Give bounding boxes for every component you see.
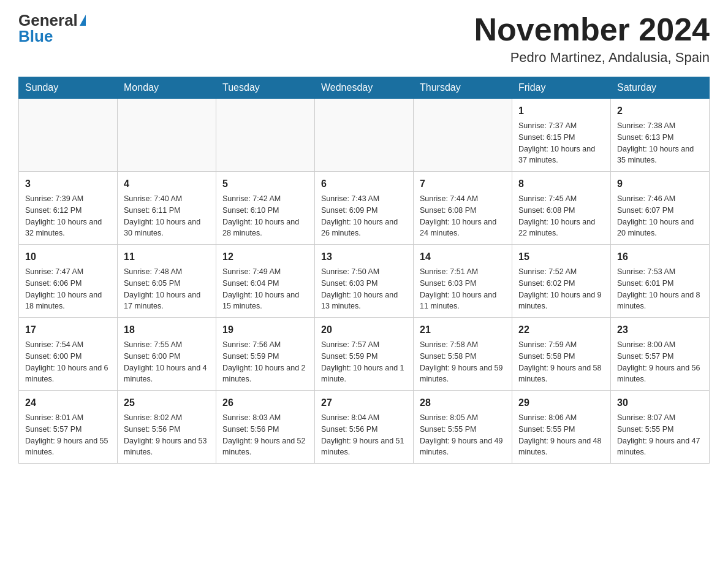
day-number: 9 — [617, 177, 703, 191]
day-info: Sunrise: 7:44 AM Sunset: 6:08 PM Dayligh… — [420, 193, 506, 239]
calendar-cell: 15Sunrise: 7:52 AM Sunset: 6:02 PM Dayli… — [512, 245, 611, 318]
day-info: Sunrise: 8:05 AM Sunset: 5:55 PM Dayligh… — [420, 412, 506, 458]
day-info: Sunrise: 7:55 AM Sunset: 6:00 PM Dayligh… — [124, 339, 210, 385]
calendar-cell: 5Sunrise: 7:42 AM Sunset: 6:10 PM Daylig… — [216, 172, 315, 245]
calendar-header: SundayMondayTuesdayWednesdayThursdayFrid… — [19, 77, 710, 99]
location-text: Pedro Martinez, Andalusia, Spain — [474, 50, 710, 66]
day-info: Sunrise: 7:39 AM Sunset: 6:12 PM Dayligh… — [25, 193, 111, 239]
day-number: 19 — [222, 323, 308, 337]
calendar-cell: 14Sunrise: 7:51 AM Sunset: 6:03 PM Dayli… — [414, 245, 512, 318]
calendar-cell: 18Sunrise: 7:55 AM Sunset: 6:00 PM Dayli… — [118, 318, 216, 391]
calendar-cell: 20Sunrise: 7:57 AM Sunset: 5:59 PM Dayli… — [315, 318, 414, 391]
day-number: 25 — [124, 396, 210, 410]
logo-general-text: General — [18, 12, 78, 28]
calendar-cell — [216, 99, 315, 172]
day-number: 20 — [321, 323, 407, 337]
calendar-cell — [315, 99, 414, 172]
calendar-body: 1Sunrise: 7:37 AM Sunset: 6:15 PM Daylig… — [19, 99, 710, 464]
calendar-cell — [118, 99, 216, 172]
day-number: 3 — [25, 177, 111, 191]
day-number: 30 — [617, 396, 703, 410]
day-info: Sunrise: 7:56 AM Sunset: 5:59 PM Dayligh… — [222, 339, 308, 385]
day-info: Sunrise: 8:04 AM Sunset: 5:56 PM Dayligh… — [321, 412, 407, 458]
day-info: Sunrise: 7:45 AM Sunset: 6:08 PM Dayligh… — [518, 193, 604, 239]
day-number: 2 — [617, 104, 703, 118]
day-number: 5 — [222, 177, 308, 191]
day-info: Sunrise: 7:51 AM Sunset: 6:03 PM Dayligh… — [420, 266, 506, 312]
day-of-week-friday: Friday — [512, 77, 611, 99]
day-info: Sunrise: 8:01 AM Sunset: 5:57 PM Dayligh… — [25, 412, 111, 458]
calendar-cell: 26Sunrise: 8:03 AM Sunset: 5:56 PM Dayli… — [216, 391, 315, 464]
day-info: Sunrise: 7:40 AM Sunset: 6:11 PM Dayligh… — [124, 193, 210, 239]
day-info: Sunrise: 8:00 AM Sunset: 5:57 PM Dayligh… — [617, 339, 703, 385]
calendar-cell: 29Sunrise: 8:06 AM Sunset: 5:55 PM Dayli… — [512, 391, 611, 464]
calendar-cell: 16Sunrise: 7:53 AM Sunset: 6:01 PM Dayli… — [611, 245, 710, 318]
calendar-week-4: 17Sunrise: 7:54 AM Sunset: 6:00 PM Dayli… — [19, 318, 710, 391]
logo-triangle-icon — [80, 15, 86, 26]
day-info: Sunrise: 8:03 AM Sunset: 5:56 PM Dayligh… — [222, 412, 308, 458]
day-number: 21 — [420, 323, 506, 337]
calendar-cell: 3Sunrise: 7:39 AM Sunset: 6:12 PM Daylig… — [19, 172, 118, 245]
day-info: Sunrise: 7:48 AM Sunset: 6:05 PM Dayligh… — [124, 266, 210, 312]
day-of-week-saturday: Saturday — [611, 77, 710, 99]
day-number: 16 — [617, 250, 703, 264]
day-number: 4 — [124, 177, 210, 191]
calendar-week-2: 3Sunrise: 7:39 AM Sunset: 6:12 PM Daylig… — [19, 172, 710, 245]
calendar-cell: 1Sunrise: 7:37 AM Sunset: 6:15 PM Daylig… — [512, 99, 611, 172]
day-info: Sunrise: 8:02 AM Sunset: 5:56 PM Dayligh… — [124, 412, 210, 458]
day-info: Sunrise: 7:49 AM Sunset: 6:04 PM Dayligh… — [222, 266, 308, 312]
calendar-cell: 30Sunrise: 8:07 AM Sunset: 5:55 PM Dayli… — [611, 391, 710, 464]
day-number: 10 — [25, 250, 111, 264]
month-title: November 2024 — [474, 12, 710, 47]
calendar-cell: 6Sunrise: 7:43 AM Sunset: 6:09 PM Daylig… — [315, 172, 414, 245]
calendar-cell: 4Sunrise: 7:40 AM Sunset: 6:11 PM Daylig… — [118, 172, 216, 245]
day-number: 15 — [518, 250, 604, 264]
calendar-cell: 17Sunrise: 7:54 AM Sunset: 6:00 PM Dayli… — [19, 318, 118, 391]
day-number: 14 — [420, 250, 506, 264]
calendar-cell: 9Sunrise: 7:46 AM Sunset: 6:07 PM Daylig… — [611, 172, 710, 245]
day-info: Sunrise: 7:46 AM Sunset: 6:07 PM Dayligh… — [617, 193, 703, 239]
day-info: Sunrise: 7:52 AM Sunset: 6:02 PM Dayligh… — [518, 266, 604, 312]
day-number: 27 — [321, 396, 407, 410]
day-number: 26 — [222, 396, 308, 410]
calendar-week-1: 1Sunrise: 7:37 AM Sunset: 6:15 PM Daylig… — [19, 99, 710, 172]
day-number: 24 — [25, 396, 111, 410]
calendar-cell: 2Sunrise: 7:38 AM Sunset: 6:13 PM Daylig… — [611, 99, 710, 172]
calendar-cell: 12Sunrise: 7:49 AM Sunset: 6:04 PM Dayli… — [216, 245, 315, 318]
day-number: 18 — [124, 323, 210, 337]
day-info: Sunrise: 7:37 AM Sunset: 6:15 PM Dayligh… — [518, 120, 604, 166]
day-number: 23 — [617, 323, 703, 337]
title-block: November 2024 Pedro Martinez, Andalusia,… — [474, 12, 710, 66]
day-number: 22 — [518, 323, 604, 337]
day-number: 29 — [518, 396, 604, 410]
day-info: Sunrise: 7:38 AM Sunset: 6:13 PM Dayligh… — [617, 120, 703, 166]
day-of-week-sunday: Sunday — [19, 77, 118, 99]
day-number: 1 — [518, 104, 604, 118]
calendar-cell: 7Sunrise: 7:44 AM Sunset: 6:08 PM Daylig… — [414, 172, 512, 245]
day-of-week-thursday: Thursday — [414, 77, 512, 99]
day-info: Sunrise: 7:43 AM Sunset: 6:09 PM Dayligh… — [321, 193, 407, 239]
day-info: Sunrise: 7:54 AM Sunset: 6:00 PM Dayligh… — [25, 339, 111, 385]
calendar-cell: 19Sunrise: 7:56 AM Sunset: 5:59 PM Dayli… — [216, 318, 315, 391]
calendar-cell: 25Sunrise: 8:02 AM Sunset: 5:56 PM Dayli… — [118, 391, 216, 464]
days-of-week-row: SundayMondayTuesdayWednesdayThursdayFrid… — [19, 77, 710, 99]
calendar-cell: 21Sunrise: 7:58 AM Sunset: 5:58 PM Dayli… — [414, 318, 512, 391]
day-number: 7 — [420, 177, 506, 191]
logo-blue-text: Blue — [18, 28, 53, 44]
calendar-cell: 13Sunrise: 7:50 AM Sunset: 6:03 PM Dayli… — [315, 245, 414, 318]
day-info: Sunrise: 8:06 AM Sunset: 5:55 PM Dayligh… — [518, 412, 604, 458]
calendar-cell: 28Sunrise: 8:05 AM Sunset: 5:55 PM Dayli… — [414, 391, 512, 464]
day-info: Sunrise: 8:07 AM Sunset: 5:55 PM Dayligh… — [617, 412, 703, 458]
day-info: Sunrise: 7:50 AM Sunset: 6:03 PM Dayligh… — [321, 266, 407, 312]
day-number: 6 — [321, 177, 407, 191]
calendar-cell — [19, 99, 118, 172]
calendar-cell: 11Sunrise: 7:48 AM Sunset: 6:05 PM Dayli… — [118, 245, 216, 318]
day-number: 12 — [222, 250, 308, 264]
calendar-cell: 23Sunrise: 8:00 AM Sunset: 5:57 PM Dayli… — [611, 318, 710, 391]
day-of-week-monday: Monday — [118, 77, 216, 99]
calendar-cell: 24Sunrise: 8:01 AM Sunset: 5:57 PM Dayli… — [19, 391, 118, 464]
page-header: General Blue November 2024 Pedro Martine… — [18, 12, 710, 66]
day-of-week-tuesday: Tuesday — [216, 77, 315, 99]
day-number: 13 — [321, 250, 407, 264]
day-number: 8 — [518, 177, 604, 191]
